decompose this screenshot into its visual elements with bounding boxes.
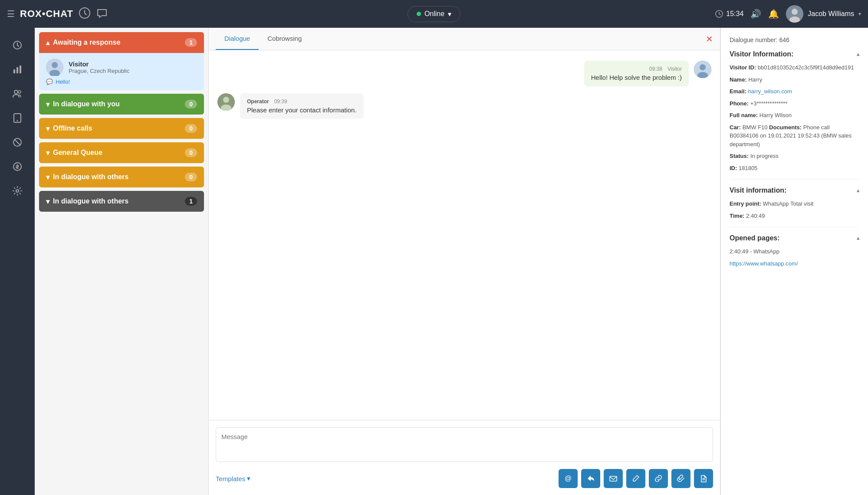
operator-msg-text-content: Please enter your contact information.: [247, 106, 357, 114]
message-input-area: Templates ▾ @: [209, 420, 720, 495]
queue-header-general[interactable]: ▾ General Queue 0: [39, 142, 204, 163]
visit-info-chevron-icon[interactable]: ▴: [857, 187, 859, 193]
svg-point-9: [14, 90, 18, 94]
chevron-down-icon: ▾: [46, 100, 49, 108]
queue-label-awaiting: Awaiting a response: [53, 39, 120, 46]
avatar: [786, 5, 803, 23]
sidebar-item-phone[interactable]: [7, 108, 28, 128]
page-row: 2:40:49 - WhatsApp: [730, 247, 859, 256]
status-label: Online: [424, 10, 444, 18]
templates-button[interactable]: Templates ▾: [216, 475, 250, 482]
attach-button[interactable]: @: [559, 469, 578, 488]
app-logo: ROX•CHAT: [20, 8, 73, 20]
top-navigation: ☰ ROX•CHAT Online ▾ 15:34 🔊 🔔: [0, 0, 868, 28]
fullname-row: Full name: Harry Wilson: [730, 111, 859, 120]
opened-pages-title-text: Opened pages:: [730, 234, 780, 242]
dashboard-icon[interactable]: [79, 7, 91, 21]
bell-icon[interactable]: 🔔: [768, 9, 779, 19]
visitor-info-title-text: Visitor Information:: [730, 50, 793, 58]
phone-row: Phone: +3**************: [730, 99, 859, 108]
user-name: Jacob Williams: [808, 10, 854, 18]
status-button[interactable]: Online ▾: [408, 6, 460, 22]
page-name: - WhatsApp: [750, 248, 779, 255]
visitor-info-chevron-icon[interactable]: ▴: [857, 51, 859, 57]
sidebar-item-settings[interactable]: [7, 180, 28, 201]
queue-badge-general: 0: [185, 148, 197, 157]
queue-header-others1[interactable]: ▾ In dialogue with others 0: [39, 167, 204, 187]
sound-icon[interactable]: 🔊: [750, 9, 761, 19]
opened-pages-section-title: Opened pages: ▴: [730, 234, 859, 242]
visitor-avatar: [46, 59, 63, 76]
car-label: Car:: [730, 124, 741, 131]
tab-dialogue[interactable]: Dialogue: [216, 28, 259, 50]
car-value: BMW F10: [743, 124, 768, 131]
documents-label: Documents:: [769, 124, 802, 131]
sidebar-item-money[interactable]: [7, 156, 28, 177]
visitor-msg-avatar: [694, 61, 711, 78]
file-button[interactable]: [694, 469, 713, 488]
operator-msg-meta: Operator 09:39: [247, 98, 357, 105]
clip-button[interactable]: [671, 469, 690, 488]
queue-section-dialogue-you: ▾ In dialogue with you 0: [39, 94, 204, 115]
visitor-msg-sender: Visitor: [667, 66, 682, 72]
close-chat-button[interactable]: ✕: [706, 34, 713, 44]
chat-messages: 09:38 Visitor Hello! Help solve the prob…: [209, 50, 720, 420]
chat-icon[interactable]: [96, 7, 108, 21]
queue-badge-dialogue-you: 0: [185, 100, 197, 108]
name-label: Name:: [730, 76, 747, 83]
queue-header-others2[interactable]: ▾ In dialogue with others 1: [39, 191, 204, 212]
user-info[interactable]: Jacob Williams ▾: [786, 5, 861, 23]
visitor-msg-meta: 09:38 Visitor: [591, 66, 682, 72]
time-display: 15:34: [715, 10, 743, 18]
svg-rect-7: [16, 67, 18, 73]
operator-msg-time: 09:39: [274, 98, 287, 105]
chevron-down-icon-others1: ▾: [46, 173, 49, 181]
sidebar-item-ban[interactable]: [7, 132, 28, 153]
page-time: 2:40:49: [730, 248, 748, 255]
queue-section-offline: ▾ Offline calls 0: [39, 118, 204, 139]
svg-point-3: [792, 9, 798, 15]
email-value[interactable]: harry_wilson.com: [748, 88, 792, 95]
id-row: ID: 181805: [730, 164, 859, 173]
queue-header-dialogue-you[interactable]: ▾ In dialogue with you 0: [39, 94, 204, 115]
visitor-info-section-title: Visitor Information: ▴: [730, 50, 859, 58]
user-chevron-icon: ▾: [858, 11, 861, 17]
fullname-value: Harry Wilson: [760, 112, 792, 118]
queue-section-others2: ▾ In dialogue with others 1: [39, 191, 204, 212]
chat-list-panel: ▴ Awaiting a response 1 Visitor P: [35, 28, 208, 495]
queue-header-awaiting[interactable]: ▴ Awaiting a response 1: [39, 32, 204, 53]
hamburger-icon[interactable]: ☰: [7, 9, 15, 19]
tab-cobrowsing[interactable]: Cobrowsing: [259, 28, 310, 50]
page-url[interactable]: https://www.whatsapp.com/: [730, 260, 798, 267]
queue-label-others2: In dialogue with others: [53, 197, 128, 205]
svg-rect-6: [13, 69, 15, 73]
queue-label-dialogue-you: In dialogue with you: [53, 100, 120, 108]
message-input[interactable]: [216, 427, 713, 462]
templates-chevron-icon: ▾: [247, 475, 250, 482]
email-button[interactable]: [604, 469, 623, 488]
status-chevron-icon: ▾: [448, 10, 451, 18]
status-label: Status:: [730, 153, 749, 159]
svg-point-21: [700, 64, 706, 70]
svg-rect-26: [610, 476, 617, 481]
message-toolbar: Templates ▾ @: [216, 469, 713, 488]
email-label: Email:: [730, 88, 746, 95]
visitor-details: Visitor Prague, Czech Republic: [69, 60, 197, 74]
link-button[interactable]: [649, 469, 668, 488]
time-label: Time:: [730, 213, 744, 219]
svg-point-10: [18, 91, 21, 93]
car-row: Car: BMW F10 Documents: Phone call B0038…: [730, 123, 859, 149]
sidebar-item-people[interactable]: [7, 83, 28, 104]
queue-header-offline[interactable]: ▾ Offline calls 0: [39, 118, 204, 139]
edit-button[interactable]: [626, 469, 645, 488]
sidebar-item-history[interactable]: [7, 35, 28, 56]
visitor-message-preview: 💬 Hello!: [46, 79, 197, 85]
opened-pages-chevron-icon[interactable]: ▴: [857, 235, 859, 241]
id-label: ID:: [730, 165, 737, 171]
svg-line-14: [14, 139, 20, 145]
chat-tabs: Dialogue Cobrowsing ✕: [209, 28, 720, 50]
sidebar-item-analytics[interactable]: [7, 59, 28, 80]
reply-button[interactable]: [581, 469, 600, 488]
visitor-card[interactable]: Visitor Prague, Czech Republic 💬 Hello!: [39, 53, 204, 90]
email-row: Email: harry_wilson.com: [730, 87, 859, 96]
